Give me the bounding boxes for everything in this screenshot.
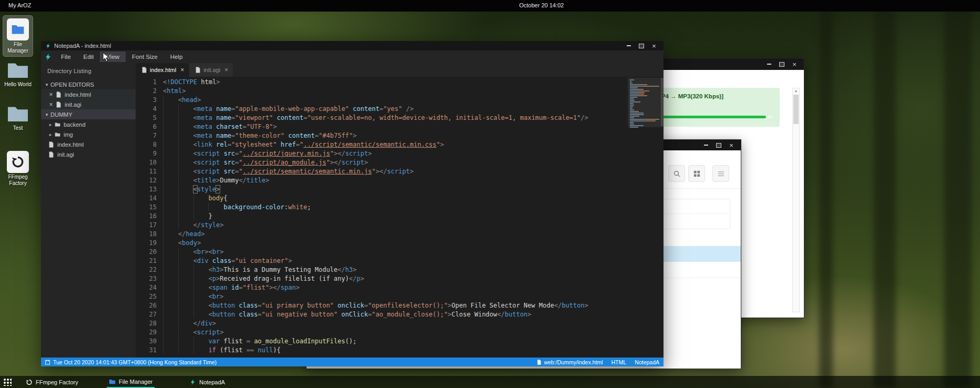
statusbar-language[interactable]: HTML xyxy=(611,359,627,365)
statusbar-filepath[interactable]: web:/Dummy/index.html xyxy=(544,359,603,365)
file-icon xyxy=(194,67,201,73)
minimap-line xyxy=(630,103,634,104)
code-line[interactable]: <span id="flist"></span> xyxy=(163,283,626,292)
code-line[interactable]: <script> xyxy=(163,328,626,337)
code-line[interactable]: } xyxy=(163,212,626,221)
desktop-icon-file-manager[interactable]: File Manager xyxy=(3,16,33,56)
maximize-button[interactable] xyxy=(635,41,648,50)
window-controls: × xyxy=(700,140,738,150)
app-launcher-icon[interactable] xyxy=(3,378,12,386)
code-line[interactable]: <script src="../script/jquery.min.js"></… xyxy=(163,149,626,158)
minimize-button[interactable] xyxy=(622,41,635,50)
close-icon[interactable]: × xyxy=(47,91,55,98)
tree-item-init.agi[interactable]: init.agi xyxy=(41,149,136,159)
minimap-line xyxy=(630,116,639,117)
menu-file[interactable]: File xyxy=(55,52,77,62)
menu-edit[interactable]: Edit xyxy=(77,52,100,62)
tree-section-open-editors[interactable]: ▾OPEN EDITORS xyxy=(41,79,136,89)
tree-item-init.agi[interactable]: ×init.agi xyxy=(41,99,136,109)
code-line[interactable]: body{ xyxy=(163,194,626,203)
taskbar-item-notepada[interactable]: NotepadA xyxy=(187,376,227,388)
code-line[interactable]: var flist = ao_module_loadInputFiles(); xyxy=(163,337,626,346)
minimize-button[interactable] xyxy=(763,58,775,70)
code-line[interactable]: <!DOCTYPE html> xyxy=(163,78,626,87)
code-line[interactable]: </div> xyxy=(163,319,626,328)
file-icon xyxy=(55,91,62,98)
menu-help[interactable]: Help xyxy=(164,52,189,62)
code-line[interactable]: background-color:white; xyxy=(163,203,626,212)
tree-item-backend[interactable]: ▸backend xyxy=(41,119,136,129)
search-button[interactable] xyxy=(668,165,685,182)
code-line[interactable]: <h3>This is a Dummy Testing Module</h3> xyxy=(163,266,626,274)
tree-item-label: init.agi xyxy=(65,101,81,108)
close-button[interactable]: × xyxy=(648,41,660,50)
tree-section-dummy[interactable]: ▾DUMMY xyxy=(41,109,136,119)
tab-init.agi[interactable]: init.agi× xyxy=(189,63,233,77)
code-line[interactable]: <meta charset="UTF-8"> xyxy=(163,122,626,131)
notepada-titlebar[interactable]: NotepadA - index.html × xyxy=(41,41,663,50)
tree-item-img[interactable]: ▸img xyxy=(41,129,136,139)
code-line[interactable]: <meta name="viewport" content="user-scal… xyxy=(163,114,626,122)
scrollbar[interactable]: ▲ xyxy=(792,88,800,312)
code-line[interactable]: <meta name="apple-mobile-web-app-capable… xyxy=(163,105,626,114)
folder-icon xyxy=(54,121,61,128)
statusbar-datetime: Tue Oct 20 2020 14:01:43 GMT+0800 (Hong … xyxy=(53,359,217,365)
minimize-button[interactable] xyxy=(700,140,712,150)
tree-trunk-decoration xyxy=(944,0,972,388)
code-line[interactable]: <head> xyxy=(163,96,626,105)
code-line[interactable]: <p>Received drag-in filelist (if any)</p… xyxy=(163,274,626,283)
close-icon[interactable]: × xyxy=(224,66,228,74)
taskbar: FFmpeg FactoryFile ManagerNotepadA xyxy=(0,376,980,388)
minimap-line xyxy=(630,87,638,88)
tab-index.html[interactable]: index.html× xyxy=(136,63,189,77)
desktop-icon-hello-world[interactable]: Hello World xyxy=(3,60,33,90)
code-line[interactable]: <div class="ui container"> xyxy=(163,257,626,266)
close-button[interactable]: × xyxy=(725,140,738,150)
code-line[interactable]: <br> xyxy=(163,292,626,301)
code-line[interactable]: <body> xyxy=(163,239,626,248)
desktop-icon-test[interactable]: Test xyxy=(3,104,33,134)
system-brand[interactable]: My ArOZ xyxy=(8,2,31,8)
code-line[interactable]: if (flist == null){ xyxy=(163,346,626,355)
maximize-button[interactable] xyxy=(712,140,725,150)
tree-item-label: index.html xyxy=(65,91,91,98)
menu-font-size[interactable]: Font Size xyxy=(126,52,164,62)
code-line[interactable]: <html> xyxy=(163,87,626,96)
taskbar-item-file-manager[interactable]: File Manager xyxy=(107,376,155,388)
list-view-button[interactable] xyxy=(712,165,729,182)
code-line[interactable]: <br><br> xyxy=(163,248,626,257)
code-line[interactable]: <button class="ui negative button" onCli… xyxy=(163,310,626,319)
chevron-down-icon: ▾ xyxy=(43,82,50,87)
line-number: 7 xyxy=(136,131,157,140)
minimap[interactable] xyxy=(629,79,659,128)
scrollbar-thumb[interactable] xyxy=(661,78,663,126)
code-line[interactable]: <style> xyxy=(163,185,626,194)
close-icon[interactable]: × xyxy=(180,66,184,74)
code-line[interactable]: <meta name="theme-color" content="#4b75f… xyxy=(163,131,626,140)
taskbar-item-ffmpeg-factory[interactable]: FFmpeg Factory xyxy=(24,376,80,388)
code-line[interactable]: <button class="ui primary button" onclic… xyxy=(163,301,626,310)
code-line[interactable]: </head> xyxy=(163,230,626,239)
close-icon[interactable]: × xyxy=(47,101,55,108)
tree-trunk-decoration xyxy=(819,0,833,388)
minimap-line xyxy=(630,124,634,125)
desktop-icon-ffmpeg-factory[interactable]: FFmpeg Factory xyxy=(3,148,33,189)
maximize-button[interactable] xyxy=(775,58,788,70)
code-content[interactable]: <!DOCTYPE html><html><head><meta name="a… xyxy=(163,78,626,355)
tree-item-label: img xyxy=(64,131,73,138)
tab-label: index.html xyxy=(150,67,176,73)
code-line[interactable]: <title>Dummy</title> xyxy=(163,176,626,185)
code-line[interactable]: <script src="../script/semantic/semantic… xyxy=(163,167,626,176)
tree-item-index.html[interactable]: ×index.html xyxy=(41,89,136,99)
scrollbar-up-icon[interactable]: ▲ xyxy=(793,88,799,94)
code-line[interactable]: </style> xyxy=(163,221,626,230)
tree-item-index.html[interactable]: index.html xyxy=(41,139,136,149)
tree-section-label: DUMMY xyxy=(50,111,73,118)
grid-view-button[interactable] xyxy=(688,165,705,182)
code-line[interactable]: <link rel="stylesheet" href="../script/s… xyxy=(163,140,626,149)
notepada-logo-icon xyxy=(41,53,55,61)
scrollbar-thumb[interactable] xyxy=(793,95,799,124)
code-editor[interactable]: 1234567891011121314151617181920212223242… xyxy=(136,77,663,358)
close-button[interactable]: × xyxy=(788,58,801,70)
code-line[interactable]: <script src="../script/ao_module.js"></s… xyxy=(163,158,626,167)
